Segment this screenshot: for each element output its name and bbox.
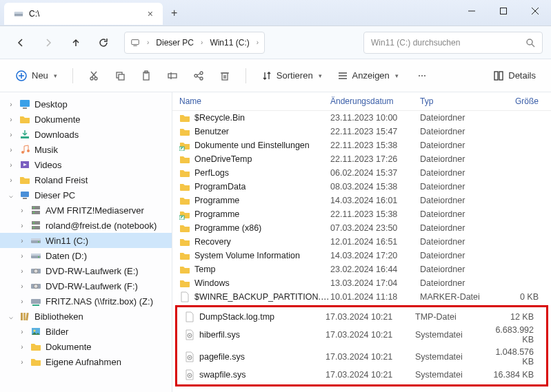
share-button[interactable] <box>188 66 210 85</box>
table-row[interactable]: ProgramData08.03.2024 15:38Dateiordner <box>172 180 551 194</box>
twist-icon[interactable]: › <box>7 101 15 108</box>
sort-button[interactable]: Sortieren ▾ <box>256 66 328 85</box>
pc-icon <box>130 38 140 48</box>
refresh-button[interactable] <box>91 30 116 55</box>
sidebar-item-label: Dokumente <box>34 114 80 125</box>
search-input[interactable]: Win11 (C:) durchsuchen <box>363 32 543 54</box>
twist-icon[interactable]: › <box>18 207 26 214</box>
sidebar-item[interactable]: ›AVM FRITZ!Mediaserver <box>0 203 172 218</box>
sidebar-item[interactable]: ›Bilder <box>0 324 172 339</box>
view-label: Anzeigen <box>352 70 390 81</box>
back-button[interactable] <box>8 30 33 55</box>
breadcrumb[interactable]: › Dieser PC › Win11 (C:) › <box>124 32 265 54</box>
sidebar-item[interactable]: ›Videos <box>0 157 172 172</box>
table-row[interactable]: OneDriveTemp22.11.2023 17:26Dateiordner <box>172 152 551 166</box>
twist-icon[interactable]: › <box>18 328 26 336</box>
twist-icon[interactable]: › <box>7 176 15 184</box>
sidebar-item[interactable]: ›Daten (D:) <box>0 248 172 263</box>
paste-button[interactable] <box>135 66 157 85</box>
twist-icon[interactable]: › <box>18 358 26 366</box>
table-row[interactable]: System Volume Information14.03.2024 17:2… <box>172 249 551 262</box>
table-row[interactable]: Recovery12.01.2024 16:51Dateiordner <box>172 235 551 249</box>
close-button[interactable] <box>519 0 551 22</box>
rename-button[interactable] <box>161 66 183 85</box>
file-type: Systemdatei <box>415 330 484 340</box>
view-button[interactable]: Anzeigen ▾ <box>332 66 404 85</box>
twist-icon[interactable]: › <box>18 267 26 275</box>
twist-icon[interactable]: › <box>7 131 15 138</box>
table-row[interactable]: Programme14.03.2024 16:01Dateiordner <box>172 194 551 207</box>
cut-button[interactable] <box>83 66 105 85</box>
twist-icon[interactable]: › <box>18 282 26 290</box>
breadcrumb-item[interactable]: Win11 (C:) <box>210 38 249 48</box>
table-row[interactable]: DumpStack.log.tmp17.03.2024 10:21TMP-Dat… <box>177 310 546 324</box>
sidebar-item[interactable]: ›DVD-RW-Laufwerk (E:) <box>0 263 172 278</box>
col-name[interactable]: Name <box>179 96 330 106</box>
table-row[interactable]: hiberfil.sys17.03.2024 10:21Systemdatei6… <box>177 324 546 346</box>
sidebar-item[interactable]: ›Eigene Aufnahmen <box>0 354 172 369</box>
sidebar-item[interactable]: ›DVD-RW-Laufwerk (F:) <box>0 278 172 293</box>
minimize-button[interactable] <box>456 0 488 22</box>
twist-icon[interactable]: › <box>18 298 26 305</box>
table-row[interactable]: Programme (x86)07.03.2024 23:50Dateiordn… <box>172 221 551 235</box>
chevron-down-icon: ▾ <box>319 72 322 79</box>
table-row[interactable]: $WINRE_BACKUP_PARTITION.MARKER10.01.2024… <box>172 290 551 304</box>
table-row[interactable]: Temp23.02.2024 16:44Dateiordner <box>172 262 551 276</box>
sidebar-item[interactable]: ›FRITZ.NAS (\\fritz.box) (Z:) <box>0 293 172 309</box>
tab[interactable]: C:\ × <box>4 3 163 25</box>
twist-icon[interactable]: › <box>18 237 26 245</box>
sidebar-item[interactable]: ⌵Bibliotheken <box>0 309 172 324</box>
sidebar-item[interactable]: ›Roland Freist <box>0 172 172 187</box>
new-tab-button[interactable]: + <box>163 0 186 26</box>
sidebar[interactable]: ›Desktop›Dokumente›Downloads›Musik›Video… <box>0 92 172 392</box>
twist-icon[interactable]: › <box>18 343 26 351</box>
file-list[interactable]: Name Änderungsdatum Typ Größe $Recycle.B… <box>172 92 551 392</box>
sidebar-item[interactable]: ›Win11 (C:) <box>0 233 172 248</box>
table-row[interactable]: PerfLogs06.02.2024 15:37Dateiordner <box>172 166 551 180</box>
more-button[interactable]: ⋯ <box>412 67 432 85</box>
twist-icon[interactable]: › <box>7 116 15 123</box>
maximize-button[interactable] <box>488 0 519 22</box>
table-row[interactable]: Dokumente und Einstellungen22.11.2023 15… <box>172 138 551 152</box>
chevron-right-icon[interactable]: › <box>147 39 149 46</box>
table-row[interactable]: Benutzer22.11.2023 15:47Dateiordner <box>172 125 551 138</box>
chevron-right-icon[interactable]: › <box>201 39 203 46</box>
col-date[interactable]: Änderungsdatum <box>330 96 420 106</box>
folder-icon <box>179 181 190 192</box>
close-tab-icon[interactable]: × <box>148 8 153 19</box>
copy-button[interactable] <box>109 66 131 85</box>
svg-rect-44 <box>32 211 40 214</box>
table-row[interactable]: $Recycle.Bin23.11.2023 10:00Dateiordner <box>172 111 551 125</box>
delete-button[interactable] <box>214 66 236 85</box>
col-type[interactable]: Typ <box>420 96 489 106</box>
sidebar-item[interactable]: ›Desktop <box>0 96 172 112</box>
folder-icon <box>30 341 41 352</box>
sidebar-item[interactable]: ›Dokumente <box>0 339 172 354</box>
up-button[interactable] <box>63 30 88 55</box>
table-row[interactable]: Windows13.03.2024 17:04Dateiordner <box>172 276 551 290</box>
chevron-right-icon[interactable]: › <box>257 39 259 46</box>
table-row[interactable]: pagefile.sys17.03.2024 10:21Systemdatei1… <box>177 346 546 368</box>
forward-button[interactable] <box>36 30 61 55</box>
twist-icon[interactable]: ⌵ <box>7 192 15 199</box>
details-button[interactable]: Details <box>488 66 541 85</box>
svg-rect-62 <box>21 313 23 320</box>
col-size[interactable]: Größe <box>489 96 544 106</box>
twist-icon[interactable]: › <box>7 146 15 154</box>
sidebar-item[interactable]: ›Dokumente <box>0 112 172 127</box>
sidebar-item[interactable]: ›Downloads <box>0 127 172 142</box>
twist-icon[interactable]: › <box>18 252 26 260</box>
twist-icon[interactable]: ⌵ <box>7 313 15 320</box>
file-type: Dateiordner <box>420 182 489 192</box>
breadcrumb-item[interactable]: Dieser PC <box>156 38 194 48</box>
table-row[interactable]: swapfile.sys17.03.2024 10:21Systemdatei1… <box>177 368 546 382</box>
column-headers[interactable]: Name Änderungsdatum Typ Größe <box>172 92 551 111</box>
twist-icon[interactable]: › <box>7 161 15 169</box>
table-row[interactable]: Programme22.11.2023 15:38Dateiordner <box>172 207 551 221</box>
file-type: TMP-Datei <box>415 312 484 322</box>
sidebar-item[interactable]: ›Musik <box>0 142 172 157</box>
new-button[interactable]: Neu ▾ <box>10 65 63 86</box>
sidebar-item[interactable]: ›roland@freist.de (notebook) <box>0 218 172 233</box>
twist-icon[interactable]: › <box>18 222 26 229</box>
sidebar-item[interactable]: ⌵Dieser PC <box>0 187 172 203</box>
